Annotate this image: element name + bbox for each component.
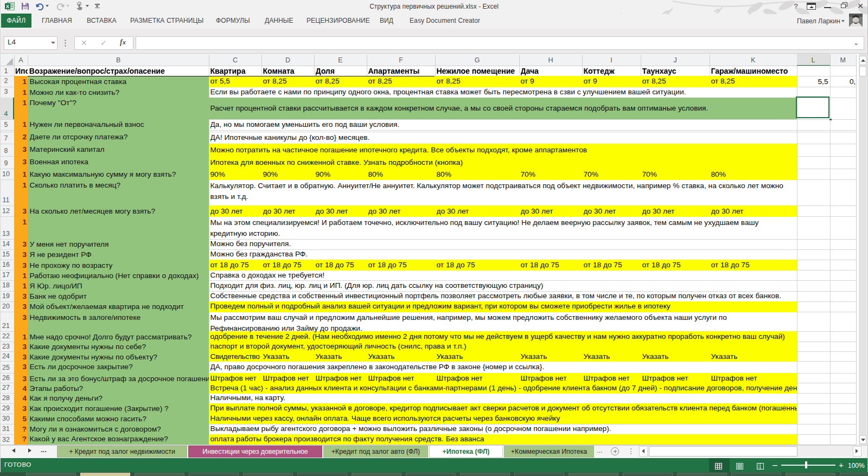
svg-text:X: X [6, 4, 9, 9]
